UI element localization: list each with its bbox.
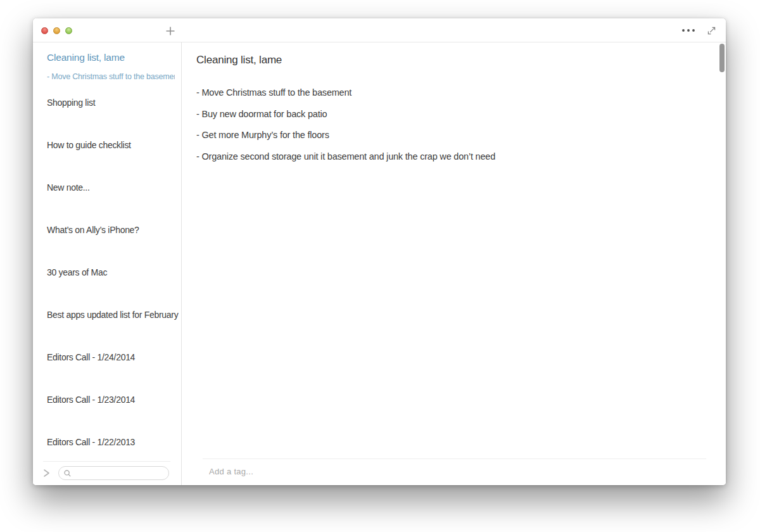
chevron-right-icon	[42, 468, 51, 478]
tag-bar-divider	[203, 459, 706, 459]
sidebar-note-item[interactable]: New note...	[33, 177, 181, 219]
ellipsis-icon	[681, 28, 695, 33]
notes-sidebar: Cleaning list, lame - Move Christmas stu…	[33, 42, 182, 485]
note-editor-pane[interactable]: Cleaning list, lame - Move Christmas stu…	[182, 42, 726, 485]
sidebar-footer-divider	[43, 461, 170, 462]
note-line: - Organize second storage unit it baseme…	[196, 146, 700, 168]
note-content: Cleaning list, lame - Move Christmas stu…	[182, 42, 726, 167]
minimize-button[interactable]	[53, 27, 60, 34]
title-bar	[33, 18, 726, 42]
search-box[interactable]	[58, 466, 169, 480]
plus-icon	[165, 25, 176, 37]
new-note-button[interactable]	[163, 24, 177, 37]
sidebar-note-item[interactable]: 30 years of Mac	[33, 262, 181, 304]
add-tag-input[interactable]	[209, 467, 700, 476]
app-window: Cleaning list, lame - Move Christmas stu…	[33, 18, 726, 485]
selected-note-preview: - Move Christmas stuff to the basement	[47, 72, 175, 82]
note-line: - Move Christmas stuff to the basement	[196, 82, 700, 104]
magnifier-icon	[63, 469, 72, 478]
app-body: Cleaning list, lame - Move Christmas stu…	[33, 42, 726, 485]
note-line: - Buy new doormat for back patio	[196, 104, 700, 125]
search-input[interactable]	[72, 469, 163, 478]
sidebar-footer	[33, 461, 181, 485]
scrollbar-thumb[interactable]	[719, 44, 725, 72]
traffic-lights	[41, 27, 72, 34]
note-line: - Get more Murphy’s for the floors	[196, 125, 700, 146]
sidebar-note-item[interactable]: Editors Call - 1/23/2014	[33, 389, 181, 431]
sidebar-note-item[interactable]: Best apps updated list for February	[33, 304, 181, 346]
collapse-sidebar-button[interactable]	[41, 467, 52, 479]
selected-note-title: Cleaning list, lame	[47, 51, 175, 64]
sidebar-note-item[interactable]: How to guide checklist	[33, 134, 181, 177]
sidebar-note-item[interactable]: What’s on Ally’s iPhone?	[33, 219, 181, 262]
note-title: Cleaning list, lame	[196, 53, 700, 67]
zoom-button[interactable]	[65, 27, 72, 34]
close-button[interactable]	[41, 27, 48, 34]
sidebar-note-item[interactable]: Shopping list	[33, 92, 181, 134]
tag-bar	[182, 459, 726, 485]
note-body: - Move Christmas stuff to the basement -…	[196, 82, 700, 167]
more-actions-button[interactable]	[681, 23, 695, 37]
sidebar-note-item[interactable]: Editors Call - 1/24/2014	[33, 346, 181, 389]
expand-button[interactable]	[704, 23, 718, 37]
sidebar-note-item-selected[interactable]: Cleaning list, lame - Move Christmas stu…	[33, 42, 181, 92]
toolbar-right-actions	[681, 18, 718, 42]
expand-diagonal-icon	[706, 25, 717, 36]
desktop-background: Cleaning list, lame - Move Christmas stu…	[0, 0, 760, 532]
